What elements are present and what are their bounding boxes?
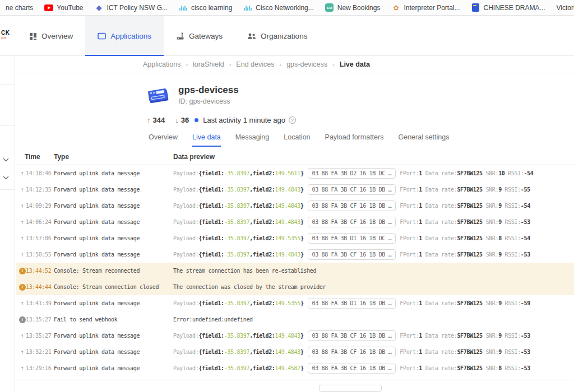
field2-value: 149.4843	[275, 349, 300, 355]
tab-general-settings[interactable]: General settings	[398, 133, 449, 147]
field1-value: -35.8397	[224, 186, 249, 193]
rssi-label: RSSI:	[502, 186, 521, 193]
hex-payload-button[interactable]: 03 88 FA 3B CF 16 1B DB …	[308, 330, 396, 341]
tab-location[interactable]: Location	[284, 133, 310, 147]
rssi-value: -59	[521, 300, 530, 306]
fport-label: FPort:	[400, 349, 419, 355]
hex-payload-button[interactable]: 03 88 FA 3B CF 16 1B DB …	[308, 347, 396, 357]
event-row[interactable]: ↑14:18:46Forward uplink data messagePayl…	[16, 165, 574, 181]
field2-value: 149.5355	[275, 300, 300, 306]
hex-payload-button[interactable]: 03 88 FA 3B D1 16 1B DB …	[308, 298, 396, 309]
data-rate-value: SF7BW125	[457, 333, 482, 339]
fport-label: FPort:	[400, 219, 419, 225]
data-preview: Payload: { field1: -35.8397, field2: 149…	[173, 363, 574, 374]
data-preview: Payload: { field1: -35.8397, field2: 149…	[173, 200, 574, 211]
hex-payload-button[interactable]: 03 88 FA 3B CF 16 1B DB …	[308, 249, 396, 260]
field2-label: field2:	[253, 203, 275, 209]
event-row[interactable]: i13:44:52Console: Stream reconnectedThe …	[16, 263, 574, 279]
snr-label: SNR:	[483, 300, 498, 306]
interpreter-icon: ✿	[391, 3, 400, 12]
nav-tab-applications[interactable]: Applications	[85, 16, 164, 56]
payload-label: Payload:	[173, 235, 198, 241]
field1-value: -35.8397	[224, 333, 249, 339]
event-row[interactable]: ↑13:32:21Forward uplink data messagePayl…	[16, 344, 574, 360]
event-row[interactable]: ↑13:35:27Forward uplink data messagePayl…	[16, 328, 574, 344]
uplink-arrow-icon: ↑	[18, 170, 26, 177]
breadcrumb-item[interactable]: gps-devicess	[286, 60, 327, 68]
bookmark-item[interactable]: ✿Interpreter Portal...	[387, 2, 464, 14]
bookmark-label: New Bookings	[337, 4, 381, 12]
event-time: 13:35:27	[26, 333, 54, 339]
hex-payload-button[interactable]: 03 88 FA 3B CF 16 1B DB …	[308, 184, 396, 195]
data-preview: Payload: { field1: -35.8397, field2: 149…	[173, 233, 574, 244]
event-time: 13:35:27	[26, 316, 54, 323]
fport-label: FPort:	[400, 186, 419, 193]
event-row[interactable]: ↑13:50:55Forward uplink data messagePayl…	[16, 246, 574, 263]
event-type: Console: Stream reconnected	[54, 268, 173, 274]
help-icon[interactable]: ?	[289, 116, 296, 124]
rssi-value: -53	[521, 365, 530, 371]
bookmark-item[interactable]: cisco learning	[174, 2, 237, 14]
snr-label: SNR:	[483, 186, 498, 193]
hex-payload-button[interactable]: 03 88 FA 3B D2 16 1B DC …	[308, 168, 396, 179]
left-panel-edge	[0, 56, 15, 392]
rssi-value: -53	[521, 251, 530, 258]
last-activity-text: Last activity 1 minute ago	[203, 116, 285, 124]
brace-close: }	[300, 251, 304, 258]
hex-payload-button[interactable]: 03 88 FA 3B CF 16 1B DB …	[308, 217, 396, 227]
chevron-down-icon[interactable]	[3, 154, 9, 164]
event-row[interactable]: ↑14:06:24Forward uplink data messagePayl…	[16, 214, 574, 230]
bookmark-item[interactable]: CHINESE DRAMA...	[467, 2, 550, 14]
event-row[interactable]: ↑13:41:39Forward uplink data messagePayl…	[16, 295, 574, 311]
event-message: Error:undefined:undefined	[173, 316, 253, 323]
stack-logo[interactable]: CK on	[1, 30, 10, 41]
tab-live-data[interactable]: Live data	[192, 133, 221, 147]
data-rate-label: Data rate:	[422, 300, 457, 306]
tab-overview[interactable]: Overview	[149, 133, 178, 147]
info-icon: i	[18, 316, 26, 323]
event-row[interactable]: ↑14:12:35Forward uplink data messagePayl…	[16, 181, 574, 198]
tab-messaging[interactable]: Messaging	[235, 133, 269, 147]
bookmark-label: YouTube	[57, 4, 83, 12]
event-row[interactable]	[16, 380, 574, 392]
nav-tab-gateways[interactable]: Gateways	[164, 16, 235, 56]
data-rate-label: Data rate:	[422, 251, 457, 258]
field2-label: field2:	[253, 349, 275, 355]
hex-payload-button[interactable]: 03 88 FA 3B D1 16 1B DC …	[308, 233, 396, 244]
bookmark-item[interactable]: ◆ICT Policy NSW G...	[90, 2, 172, 14]
bookmark-item[interactable]: ne charts	[1, 2, 38, 13]
device-id-label: ID:	[178, 97, 187, 105]
bookmark-label: Victoria University	[557, 4, 574, 12]
rssi-label: RSSI:	[502, 300, 521, 306]
breadcrumb-item[interactable]: End devices	[236, 60, 274, 68]
bookings-icon: co	[325, 3, 334, 12]
col-header-time: Time	[25, 153, 40, 161]
hex-payload-button[interactable]	[319, 385, 382, 392]
nav-tab-overview[interactable]: Overview	[17, 16, 85, 56]
uplink-arrow-icon: ↑	[18, 235, 26, 242]
fport-label: FPort:	[400, 333, 419, 339]
event-row[interactable]: i13:35:27Fail to send webhookError:undef…	[16, 311, 574, 328]
breadcrumb-item[interactable]: loraShield	[193, 60, 224, 68]
data-preview: Payload: { field1: -35.8397, field2: 149…	[173, 168, 574, 179]
bookmark-item[interactable]: Victoria University	[552, 2, 574, 13]
data-rate-label: Data rate:	[422, 203, 457, 209]
chevron-down-icon[interactable]	[3, 172, 9, 182]
col-header-data-preview: Data preview	[173, 153, 215, 161]
nav-tab-organizations[interactable]: Organizations	[235, 16, 320, 56]
field2-value: 149.4843	[275, 251, 300, 258]
breadcrumb-item[interactable]: Applications	[143, 60, 180, 68]
payload-label: Payload:	[173, 186, 198, 193]
event-row[interactable]: i13:44:44Console: Stream connection clos…	[16, 279, 574, 295]
bookmark-item[interactable]: coNew Bookings	[321, 2, 385, 14]
bookmark-item[interactable]: YouTube	[40, 2, 87, 14]
bookmark-label: Interpreter Portal...	[404, 4, 460, 12]
event-row[interactable]: ↑14:09:29Forward uplink data messagePayl…	[16, 198, 574, 214]
event-row[interactable]: ↑13:29:16Forward uplink data messagePayl…	[16, 360, 574, 376]
tab-payload-formatters[interactable]: Payload formatters	[325, 133, 384, 147]
bookmark-item[interactable]: Cisco Networking...	[239, 2, 318, 14]
hex-payload-button[interactable]: 03 88 FA 3B CE 16 1B DB …	[308, 363, 396, 374]
event-row[interactable]: ↑13:57:06Forward uplink data messagePayl…	[16, 230, 574, 246]
data-rate-value: SF7BW125	[457, 235, 482, 241]
hex-payload-button[interactable]: 03 88 FA 3B CF 16 1B DB …	[308, 200, 396, 211]
